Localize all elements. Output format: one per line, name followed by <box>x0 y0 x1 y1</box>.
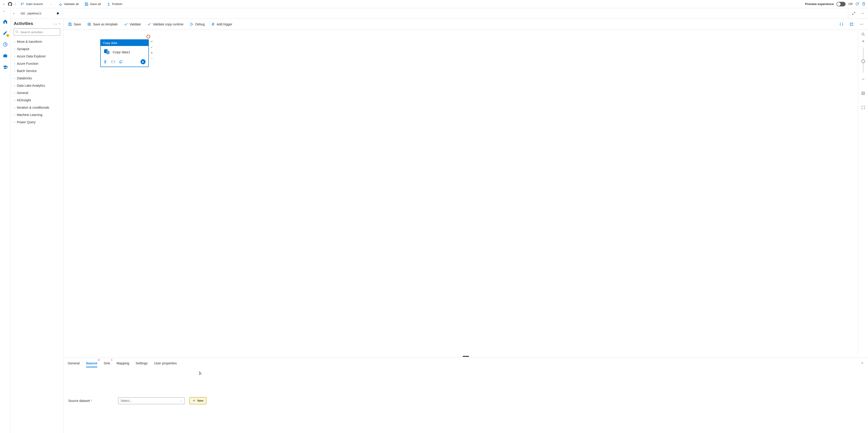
activity-category-label: Power Query <box>17 120 36 124</box>
expand-all-icon[interactable]: ⌄⌄ <box>53 22 58 25</box>
panel-resize-handle[interactable] <box>64 355 868 358</box>
source-error-badge: 1 <box>98 359 100 361</box>
activity-category[interactable]: ›Machine Learning <box>14 111 60 119</box>
learn-nav[interactable] <box>2 64 8 70</box>
activity-category[interactable]: ›Move & transform <box>14 38 60 45</box>
top-command-bar: » / main branch ⌄ Validate all Save a <box>0 0 868 8</box>
zoom-in-icon[interactable] <box>861 39 865 43</box>
activity-category-label: Machine Learning <box>17 113 42 116</box>
expand-editor-icon[interactable] <box>852 12 856 15</box>
expand-rail-icon[interactable]: » <box>3 10 5 12</box>
branch-icon <box>21 2 24 6</box>
zoom-slider[interactable] <box>863 47 863 73</box>
svg-rect-1 <box>3 55 7 57</box>
view-json-icon[interactable] <box>838 21 845 28</box>
chevron-right-icon: › <box>14 70 15 72</box>
expand-factory-resources-icon[interactable]: » <box>2 2 6 6</box>
more-icon[interactable] <box>858 21 865 28</box>
manage-nav[interactable] <box>2 53 8 59</box>
activity-category[interactable]: ›Data Lake Analytics <box>14 82 60 89</box>
delete-activity-icon[interactable] <box>103 60 107 64</box>
more-tab-icon[interactable] <box>861 12 864 15</box>
chevron-right-icon: › <box>14 113 15 116</box>
collapse-properties-icon[interactable] <box>861 361 864 365</box>
run-activity-icon[interactable] <box>141 59 146 64</box>
svg-point-9 <box>16 31 18 32</box>
activity-properties-panel: General Source 1 Sink 1 Mapping Settings <box>64 358 868 433</box>
svg-point-11 <box>860 24 861 25</box>
activity-category[interactable]: ›HDInsight <box>14 97 60 104</box>
activity-category[interactable]: ›Databricks <box>14 74 60 82</box>
nav-rail: » 1 <box>0 8 10 433</box>
search-activities-input[interactable] <box>14 28 60 36</box>
activity-category[interactable]: ›General <box>14 89 60 97</box>
activity-category[interactable]: ›Power Query <box>14 119 60 126</box>
monitor-nav[interactable] <box>2 41 8 47</box>
save-all-button[interactable]: Save all <box>83 1 103 7</box>
node-success-connector-icon[interactable]: ✓ <box>150 45 154 49</box>
activity-category-label: Synapse <box>17 47 29 51</box>
chevron-right-icon: › <box>14 99 15 102</box>
activities-title: Activities <box>14 21 52 26</box>
collapse-panel-icon[interactable]: « <box>59 22 60 25</box>
activity-category-label: Azure Function <box>17 62 38 65</box>
activity-category[interactable]: ›Batch Service <box>14 67 60 74</box>
unsaved-indicator-icon <box>57 12 59 14</box>
validate-copy-runtime-button[interactable]: Validate copy runtime <box>146 21 185 28</box>
validate-button[interactable]: Validate <box>123 21 143 28</box>
new-dataset-button[interactable]: New <box>189 397 207 404</box>
validate-all-button[interactable]: Validate all <box>57 1 81 7</box>
debug-button[interactable]: Debug <box>188 21 206 28</box>
activity-category[interactable]: ›Synapse <box>14 45 60 53</box>
svg-rect-5 <box>24 12 25 14</box>
activity-json-icon[interactable] <box>111 60 115 64</box>
svg-rect-19 <box>863 93 864 94</box>
clone-activity-icon[interactable] <box>119 60 123 64</box>
tab-general[interactable]: General <box>68 359 80 367</box>
properties-icon[interactable] <box>848 21 855 28</box>
publish-button[interactable]: Publish <box>105 1 124 7</box>
activity-category-label: Iteration & conditionals <box>17 106 50 109</box>
activity-category[interactable]: ›Azure Data Explorer <box>14 53 60 60</box>
database-icon <box>103 49 110 55</box>
chevron-right-icon: › <box>14 55 15 58</box>
refresh-icon[interactable] <box>855 2 859 6</box>
activity-category[interactable]: ›Azure Function <box>14 60 60 67</box>
save-as-template-button[interactable]: Save as template <box>86 21 119 28</box>
source-dataset-label: Source dataset* <box>68 399 92 403</box>
chevron-right-icon: › <box>14 121 15 124</box>
tabstrip-expand-icon[interactable]: » <box>10 8 17 19</box>
author-nav[interactable]: 1 <box>2 30 8 36</box>
delete-icon[interactable] <box>862 2 866 6</box>
activity-node-name: Copy data1 <box>113 50 130 54</box>
tab-pipeline11[interactable]: pipeline11 <box>17 8 63 19</box>
fullscreen-icon[interactable] <box>861 106 865 109</box>
branch-selector[interactable]: main branch ⌄ <box>18 1 54 7</box>
zoom-out-icon[interactable] <box>861 77 865 81</box>
svg-point-12 <box>861 24 862 25</box>
node-fail-connector-icon[interactable]: ✕ <box>150 51 154 55</box>
source-dataset-select[interactable]: Select... ⌄ <box>118 397 185 404</box>
chevron-down-icon: ⌄ <box>50 3 52 5</box>
home-nav[interactable] <box>2 18 8 25</box>
add-trigger-button[interactable]: Add trigger <box>210 21 234 28</box>
node-undo-icon[interactable]: ↶ <box>150 40 154 44</box>
tab-source[interactable]: Source 1 <box>86 359 97 367</box>
node-completion-connector-icon[interactable]: → <box>150 56 154 60</box>
pipeline-canvas[interactable]: Copy data Copy data1 <box>64 30 868 355</box>
tab-sink[interactable]: Sink 1 <box>104 359 110 367</box>
canvas-search-icon[interactable] <box>861 32 865 36</box>
chevron-right-icon: › <box>14 62 15 65</box>
chevron-right-icon: › <box>14 77 15 79</box>
save-button[interactable]: Save <box>67 21 83 28</box>
preview-experience-toggle[interactable] <box>836 2 845 6</box>
activity-node-copy-data[interactable]: Copy data Copy data1 <box>100 39 149 67</box>
svg-point-13 <box>863 24 863 25</box>
zoom-fit-icon[interactable] <box>861 92 865 95</box>
tab-user-properties[interactable]: User properties <box>154 359 177 367</box>
activity-category-label: HDInsight <box>17 98 31 102</box>
tab-settings[interactable]: Settings <box>136 359 148 367</box>
tab-mapping[interactable]: Mapping <box>117 359 129 367</box>
activity-category[interactable]: ›Iteration & conditionals <box>14 104 60 111</box>
activity-category-label: Data Lake Analytics <box>17 84 45 88</box>
